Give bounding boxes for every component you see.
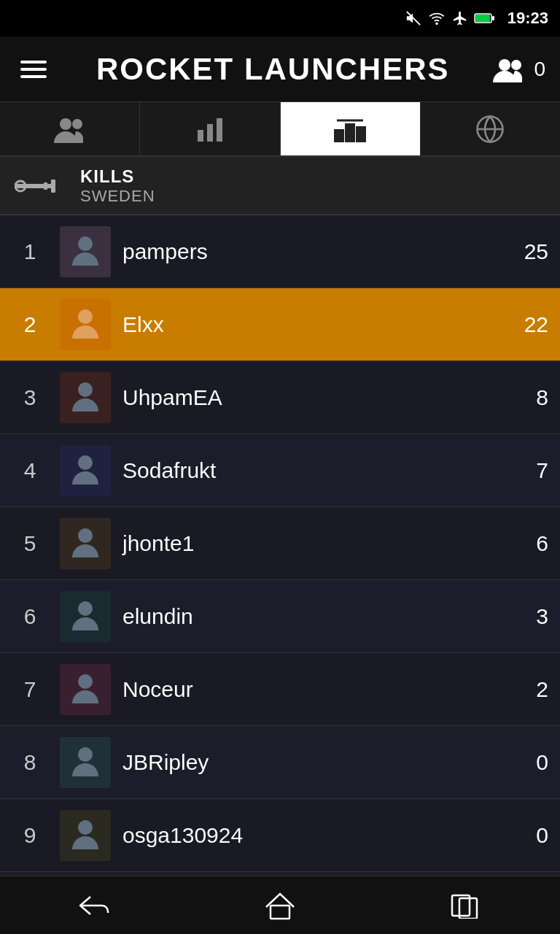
weapon-key-icon: [15, 175, 66, 197]
tab-global[interactable]: [421, 102, 560, 155]
mute-icon: [405, 10, 421, 26]
friends-tab-icon: [52, 115, 88, 143]
kills-label: KILLS: [80, 166, 155, 187]
top-nav: ROCKET LAUNCHERS 0: [0, 36, 560, 102]
rank-number: 8: [12, 750, 48, 775]
section-header-text: KILLS SWEDEN: [80, 166, 155, 206]
svg-point-28: [78, 601, 93, 616]
svg-rect-4: [492, 16, 494, 20]
friends-section: 0: [493, 56, 545, 82]
back-button[interactable]: [54, 885, 134, 926]
svg-point-8: [72, 119, 82, 129]
table-row[interactable]: 1 pampers 25: [0, 215, 560, 288]
svg-point-25: [78, 382, 93, 397]
player-name: Elxx: [122, 312, 500, 337]
rank-number: 3: [12, 385, 48, 410]
svg-rect-20: [44, 182, 47, 190]
table-row[interactable]: 3 UhpamEA 8: [0, 361, 560, 434]
player-score: 22: [512, 312, 548, 337]
rank-number: 1: [12, 239, 48, 264]
home-button[interactable]: [241, 884, 319, 927]
table-row[interactable]: 2 Elxx 22: [0, 288, 560, 361]
country-label: SWEDEN: [80, 187, 155, 206]
status-time: 19:23: [508, 9, 548, 28]
table-row[interactable]: 5 jhonte1 6: [0, 507, 560, 580]
rank-number: 2: [12, 312, 48, 337]
svg-point-1: [436, 23, 438, 24]
svg-rect-9: [198, 130, 203, 142]
friend-count: 0: [534, 58, 545, 81]
svg-rect-10: [207, 124, 213, 142]
player-name: UhpamEA: [122, 385, 500, 410]
recent-button[interactable]: [426, 885, 506, 926]
stats-tab-icon: [195, 114, 225, 144]
player-name: elundin: [122, 604, 500, 629]
svg-point-7: [60, 118, 71, 130]
rank-number: 6: [12, 604, 48, 629]
player-score: 8: [512, 385, 548, 410]
svg-point-24: [78, 309, 93, 324]
svg-rect-13: [345, 123, 355, 142]
global-tab-icon: [475, 114, 505, 144]
player-name: jhonte1: [122, 531, 500, 556]
player-score: 0: [512, 823, 548, 848]
player-score: 3: [512, 604, 548, 629]
section-header: KILLS SWEDEN: [0, 157, 560, 215]
svg-rect-3: [475, 15, 490, 22]
player-name: pampers: [122, 239, 500, 264]
status-bar: 19:23: [0, 0, 560, 36]
player-name: Noceur: [122, 677, 500, 702]
home-icon: [263, 891, 297, 920]
player-score: 7: [512, 458, 548, 483]
svg-point-26: [78, 455, 93, 470]
svg-point-6: [511, 60, 521, 70]
svg-rect-19: [51, 180, 55, 193]
tab-stats[interactable]: [140, 102, 280, 155]
svg-rect-14: [356, 126, 366, 142]
svg-point-5: [499, 59, 510, 71]
svg-point-29: [78, 674, 93, 689]
player-score: 0: [512, 750, 548, 775]
bottom-nav: [0, 876, 560, 934]
tab-bar: [0, 102, 560, 157]
avatar: [60, 810, 111, 861]
avatar: [60, 591, 111, 642]
table-row[interactable]: 7 Noceur 2: [0, 653, 560, 726]
avatar: [60, 664, 111, 715]
player-name: JBRipley: [122, 750, 500, 775]
svg-rect-12: [334, 129, 344, 142]
table-row[interactable]: 9 osga130924 0: [0, 799, 560, 872]
recent-icon: [448, 892, 484, 919]
player-name: Sodafrukt: [122, 458, 500, 483]
rank-number: 5: [12, 531, 48, 556]
menu-button[interactable]: [15, 55, 52, 84]
avatar: [60, 518, 111, 569]
tab-friends[interactable]: [0, 102, 140, 155]
player-score: 6: [512, 531, 548, 556]
player-name: osga130924: [122, 823, 500, 848]
avatar: [60, 445, 111, 496]
table-row[interactable]: 4 Sodafrukt 7: [0, 434, 560, 507]
rank-number: 9: [12, 823, 48, 848]
page-title: ROCKET LAUNCHERS: [96, 52, 450, 87]
back-icon: [76, 892, 112, 919]
friends-icon: [493, 56, 526, 82]
leaderboard-list: 1 pampers 25 2: [0, 215, 560, 934]
player-score: 2: [512, 677, 548, 702]
avatar: [60, 372, 111, 423]
svg-rect-33: [271, 906, 289, 919]
svg-point-27: [78, 528, 93, 543]
table-row[interactable]: 6 elundin 3: [0, 580, 560, 653]
svg-point-23: [78, 236, 93, 251]
rank-number: 4: [12, 458, 48, 483]
battery-icon: [474, 12, 494, 25]
svg-point-31: [78, 820, 93, 835]
svg-rect-11: [217, 118, 222, 142]
player-score: 25: [512, 239, 548, 264]
svg-point-22: [18, 184, 23, 188]
table-row[interactable]: 8 JBRipley 0: [0, 726, 560, 799]
avatar: [60, 737, 111, 788]
avatar: [60, 299, 111, 350]
leaderboard-tab-icon: [332, 115, 368, 144]
tab-leaderboard[interactable]: [281, 102, 421, 155]
